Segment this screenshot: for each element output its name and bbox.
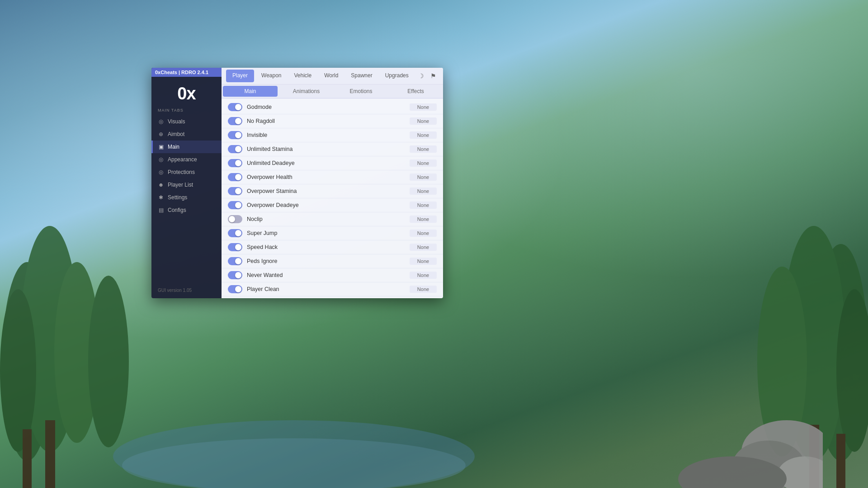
sidebar-item-configs[interactable]: ▤Configs [151, 204, 222, 216]
toggle-overpower-stamina[interactable] [228, 187, 242, 195]
toggle-knob-peds-ignore [235, 258, 241, 264]
main-icon: ▣ [158, 144, 164, 150]
feature-list: GodmodeNoneNo RagdollNoneInvisibleNoneUn… [222, 99, 443, 298]
toggle-no-ragdoll[interactable] [228, 117, 242, 125]
toggle-knob-noclip [229, 216, 235, 222]
feature-value-overpower-deadeye[interactable]: None [410, 202, 437, 209]
toggle-knob-godmode [235, 104, 241, 110]
feature-name-overpower-health: Overpower Health [242, 174, 410, 180]
sub-tab-emotions[interactable]: Emotions [334, 84, 388, 98]
tab-player[interactable]: Player [226, 70, 254, 82]
toggle-knob-player-clean [235, 286, 241, 292]
feature-name-godmode: Godmode [242, 104, 410, 110]
sidebar-section-label: MAIN TABS [151, 108, 190, 113]
feature-value-no-ragdoll[interactable]: None [410, 117, 437, 125]
tab-spawner[interactable]: Spawner [344, 68, 378, 84]
feature-value-invisible[interactable]: None [410, 131, 437, 139]
sidebar-item-label-player-list: Player List [168, 182, 193, 188]
sidebar-version: GUI version 1.05 [151, 284, 198, 293]
feature-row-overpower-deadeye: Overpower DeadeyeNone [222, 198, 443, 212]
tab-weapon[interactable]: Weapon [255, 68, 288, 84]
toggle-knob-unlimited-stamina [235, 146, 241, 152]
toggle-player-clean[interactable] [228, 285, 242, 293]
sidebar-item-appearance[interactable]: ◎Appearance [151, 153, 222, 166]
sidebar-item-settings[interactable]: ✱Settings [151, 191, 222, 204]
feature-name-overpower-stamina: Overpower Stamina [242, 188, 410, 194]
feature-name-speed-hack: Speed Hack [242, 244, 410, 250]
moon-icon-btn[interactable]: ☽ [415, 70, 427, 82]
svg-rect-11 [836, 434, 845, 488]
feature-row-no-ragdoll: No RagdollNone [222, 114, 443, 128]
sidebar-item-player-list[interactable]: ☻Player List [151, 178, 222, 191]
sidebar-item-label-protections: Protections [168, 169, 195, 175]
svg-rect-5 [23, 429, 32, 488]
toggle-overpower-deadeye[interactable] [228, 201, 242, 209]
bg-river [90, 375, 497, 488]
feature-name-unlimited-stamina: Unlimited Stamina [242, 146, 410, 152]
feature-value-speed-hack[interactable]: None [410, 244, 437, 251]
protections-icon: ◎ [158, 169, 164, 175]
configs-icon: ▤ [158, 207, 164, 213]
feature-row-godmode: GodmodeNone [222, 100, 443, 114]
feature-row-unlimited-deadeye: Unlimited DeadeyeNone [222, 156, 443, 170]
svg-point-2 [0, 289, 36, 452]
toggle-speed-hack[interactable] [228, 243, 242, 251]
toggle-knob-no-ragdoll [235, 118, 241, 124]
toggle-super-jump[interactable] [228, 229, 242, 237]
bg-rocks [642, 307, 823, 488]
sidebar: 0xCheats | RDRO 2.4.1 0x MAIN TABS ◎Visu… [151, 68, 222, 298]
toggle-knob-overpower-stamina [235, 188, 241, 194]
sidebar-item-aimbot[interactable]: ⊕Aimbot [151, 128, 222, 141]
feature-value-unlimited-deadeye[interactable]: None [410, 160, 437, 167]
feature-value-unlimited-stamina[interactable]: None [410, 145, 437, 153]
toggle-never-wanted[interactable] [228, 271, 242, 279]
feature-row-invisible: InvisibleNone [222, 128, 443, 142]
toggle-unlimited-deadeye[interactable] [228, 159, 242, 167]
feature-name-noclip: Noclip [242, 216, 410, 222]
toggle-knob-speed-hack [235, 244, 241, 250]
feature-row-overpower-health: Overpower HealthNone [222, 170, 443, 184]
appearance-icon: ◎ [158, 156, 164, 163]
feature-value-peds-ignore[interactable]: None [410, 258, 437, 265]
svg-rect-6 [45, 420, 55, 488]
tab-upgrades[interactable]: Upgrades [379, 68, 415, 84]
sub-tab-effects[interactable]: Effects [388, 84, 443, 98]
sidebar-item-protections[interactable]: ◎Protections [151, 166, 222, 178]
toggle-knob-overpower-health [235, 174, 241, 180]
toggle-overpower-health[interactable] [228, 173, 242, 181]
tab-vehicle[interactable]: Vehicle [288, 68, 318, 84]
feature-row-never-wanted: Never WantedNone [222, 268, 443, 282]
feature-value-godmode[interactable]: None [410, 103, 437, 111]
feature-name-super-jump: Super Jump [242, 230, 410, 236]
feature-row-peds-ignore: Peds IgnoreNone [222, 254, 443, 268]
sidebar-item-label-appearance: Appearance [168, 156, 197, 163]
toggle-invisible[interactable] [228, 131, 242, 139]
feature-row-player-clean: Player CleanNone [222, 282, 443, 296]
toggle-noclip[interactable] [228, 215, 242, 223]
feature-row-speed-hack: Speed HackNone [222, 240, 443, 254]
sub-tab-main[interactable]: Main [223, 86, 278, 97]
feature-value-overpower-stamina[interactable]: None [410, 188, 437, 195]
sidebar-item-visuals[interactable]: ◎Visuals [151, 115, 222, 128]
sub-tabs-bar: MainAnimationsEmotionsEffects [222, 84, 443, 99]
sidebar-item-main[interactable]: ▣Main [151, 141, 222, 153]
feature-value-player-clean[interactable]: None [410, 286, 437, 293]
sidebar-logo: 0x [177, 84, 195, 103]
feature-value-super-jump[interactable]: None [410, 230, 437, 237]
top-tabs-bar: PlayerWeaponVehicleWorldSpawnerUpgrades … [222, 68, 443, 84]
aimbot-icon: ⊕ [158, 131, 164, 137]
player-list-icon: ☻ [158, 182, 164, 188]
feature-value-noclip[interactable]: None [410, 216, 437, 223]
toggle-godmode[interactable] [228, 103, 242, 111]
feature-row-noclip: NoclipNone [222, 212, 443, 226]
flag-icon-btn[interactable]: ⚑ [427, 70, 439, 82]
feature-value-never-wanted[interactable]: None [410, 272, 437, 279]
tab-world[interactable]: World [318, 68, 344, 84]
feature-value-overpower-health[interactable]: None [410, 174, 437, 181]
sub-tab-animations[interactable]: Animations [279, 84, 334, 98]
toggle-knob-super-jump [235, 230, 241, 236]
toggle-unlimited-stamina[interactable] [228, 145, 242, 153]
sidebar-item-label-visuals: Visuals [168, 118, 185, 125]
toggle-peds-ignore[interactable] [228, 257, 242, 265]
feature-name-invisible: Invisible [242, 132, 410, 138]
